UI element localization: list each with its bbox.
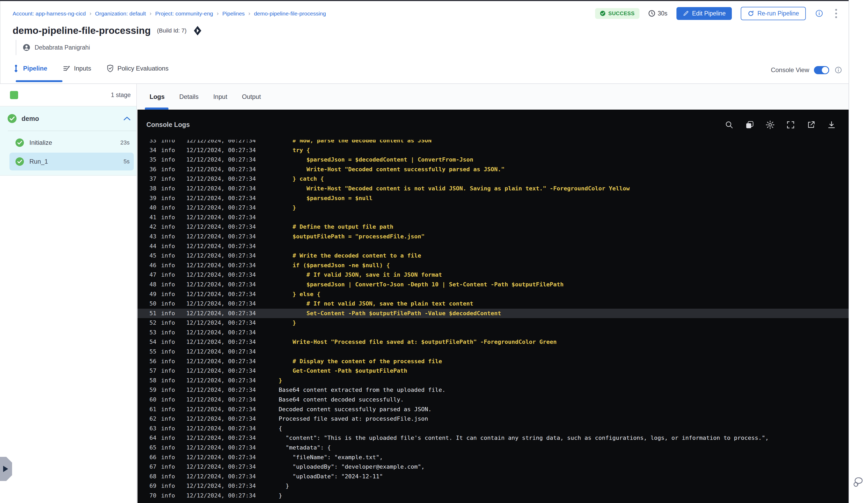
log-timestamp: 12/12/2024, 00:27:34 [186,184,256,193]
console-tab-input[interactable]: Input [213,93,227,101]
console-header: Console Logs [137,109,849,140]
log-text: } [279,203,296,213]
step-row-initialize[interactable]: Initialize23s [9,134,134,151]
log-level: info [161,337,176,347]
log-level: info [161,155,176,165]
log-row[interactable]: 68info12/12/2024, 00:27:34 "uploadDate":… [137,472,849,482]
log-text: "metadata": { [279,443,331,453]
log-row[interactable]: 39info12/12/2024, 00:27:34 $parsedJson =… [137,193,849,203]
log-line-number: 51 [147,309,156,318]
log-timestamp: 12/12/2024, 00:27:34 [186,481,256,491]
open-in-new-icon[interactable] [807,120,816,129]
log-rows: 33info12/12/2024, 00:27:34 # Now, parse … [137,136,849,501]
log-timestamp: 12/12/2024, 00:27:34 [186,385,256,395]
log-row[interactable]: 51info12/12/2024, 00:27:34 Set-Content -… [137,309,849,318]
log-row[interactable]: 40info12/12/2024, 00:27:34 } [137,203,849,213]
step-duration: 23s [121,139,130,146]
log-row[interactable]: 54info12/12/2024, 00:27:34 Write-Host "P… [137,337,849,347]
log-row[interactable]: 60info12/12/2024, 00:27:34Base64 content… [137,395,849,405]
log-line-number: 62 [147,414,156,424]
log-row[interactable]: 56info12/12/2024, 00:27:34 # Display the… [137,357,849,366]
copy-icon[interactable] [745,120,754,129]
rerun-pipeline-button[interactable]: Re-run Pipeline [741,7,806,20]
edit-pipeline-button[interactable]: Edit Pipeline [676,7,732,20]
log-row[interactable]: 59info12/12/2024, 00:27:34Base64 content… [137,385,849,395]
console-tab-logs[interactable]: Logs [149,93,165,101]
log-row[interactable]: 70info12/12/2024, 00:27:34} [137,491,849,501]
rerun-pipeline-label: Re-run Pipeline [757,10,799,17]
tab-pipeline[interactable]: Pipeline [13,64,47,74]
tab-inputs[interactable]: Inputs [63,65,91,74]
log-row[interactable]: 48info12/12/2024, 00:27:34 $parsedJson |… [137,280,849,290]
info-icon[interactable] [815,9,824,18]
log-row[interactable]: 65info12/12/2024, 00:27:34 "metadata": { [137,443,849,453]
log-row[interactable]: 66info12/12/2024, 00:27:34 "fileName": "… [137,453,849,462]
log-row[interactable]: 36info12/12/2024, 00:27:34 Write-Host "D… [137,165,849,175]
log-level: info [161,347,176,357]
console-view-info-icon[interactable] [834,65,843,74]
log-level: info [161,309,176,318]
log-row[interactable]: 50info12/12/2024, 00:27:34 # If not vali… [137,299,849,309]
log-row[interactable]: 42info12/12/2024, 00:27:34 # Define the … [137,222,849,232]
log-row[interactable]: 57info12/12/2024, 00:27:34 Get-Content -… [137,366,849,376]
tab-policy-evaluations[interactable]: Policy Evaluations [107,64,168,74]
log-line-number: 40 [147,203,156,213]
log-timestamp: 12/12/2024, 00:27:34 [186,155,256,165]
log-row[interactable]: 63info12/12/2024, 00:27:34{ [137,424,849,433]
help-chat-icon[interactable] [852,476,864,488]
log-row[interactable]: 52info12/12/2024, 00:27:34 } [137,318,849,328]
log-line-number: 48 [147,280,156,290]
log-row[interactable]: 62info12/12/2024, 00:27:34Processed file… [137,414,849,424]
console-view-toggle[interactable] [814,66,829,74]
log-text: Write-Host "Processed file saved at: $ou… [279,337,557,347]
log-row[interactable]: 58info12/12/2024, 00:27:34} [137,376,849,386]
log-row[interactable]: 35info12/12/2024, 00:27:34 $parsedJson =… [137,155,849,165]
log-row[interactable]: 44info12/12/2024, 00:27:34 [137,242,849,251]
log-row[interactable]: 38info12/12/2024, 00:27:34 Write-Host "D… [137,184,849,193]
breadcrumb-item[interactable]: Project: community-eng [155,10,213,17]
more-options-menu[interactable] [833,7,840,20]
log-row[interactable]: 53info12/12/2024, 00:27:34 [137,328,849,337]
settings-icon[interactable] [766,120,775,129]
search-icon[interactable] [725,120,734,129]
log-line-number: 55 [147,347,156,357]
fullscreen-icon[interactable] [786,120,795,129]
step-row-run_1[interactable]: Run_15s [9,153,134,170]
chevron-up-icon[interactable] [123,116,131,121]
log-row[interactable]: 49info12/12/2024, 00:27:34 } else { [137,290,849,299]
log-row[interactable]: 34info12/12/2024, 00:27:34 try { [137,146,849,155]
log-text: } [279,376,282,386]
console-tab-details[interactable]: Details [179,93,198,101]
log-row[interactable]: 47info12/12/2024, 00:27:34 # If valid JS… [137,270,849,280]
log-row[interactable]: 45info12/12/2024, 00:27:34 # Write the d… [137,251,849,261]
breadcrumb-item[interactable]: Account: app-harness-ng-cicd [13,10,86,17]
log-row[interactable]: 41info12/12/2024, 00:27:34 [137,213,849,222]
check-circle-icon [600,10,606,16]
pencil-icon [683,10,689,17]
log-row[interactable]: 37info12/12/2024, 00:27:34 } catch { [137,174,849,184]
log-line-number: 45 [147,251,156,261]
clock-icon [648,10,655,17]
log-text: Write-Host "Decoded content is not valid… [279,184,630,193]
breadcrumb-item[interactable]: Organization: default [95,10,146,17]
download-icon[interactable] [827,120,836,129]
log-row[interactable]: 46info12/12/2024, 00:27:34 if ($parsedJs… [137,261,849,270]
log-row[interactable]: 61info12/12/2024, 00:27:34Decoded conten… [137,405,849,415]
stage-group-divider [8,130,136,131]
stage-status-square[interactable] [10,91,18,99]
breadcrumb-item[interactable]: Pipelines [222,10,245,17]
log-row[interactable]: 55info12/12/2024, 00:27:34 [137,347,849,357]
log-level: info [161,433,176,443]
log-row[interactable]: 67info12/12/2024, 00:27:34 "uploadedBy":… [137,462,849,472]
log-row[interactable]: 43info12/12/2024, 00:27:34 $outputFilePa… [137,232,849,242]
log-line-number: 64 [147,433,156,443]
log-line-number: 52 [147,318,156,328]
log-row[interactable]: 69info12/12/2024, 00:27:34 } [137,481,849,491]
console-tab-output[interactable]: Output [242,93,261,101]
log-timestamp: 12/12/2024, 00:27:34 [186,232,256,242]
breadcrumb-item[interactable]: demo-pipeline-file-processing [254,10,326,17]
active-tab-underline [16,80,62,82]
log-text: "uploadedBy": "developer@example.com", [279,462,425,472]
stage-group-header[interactable]: demo [0,106,136,130]
log-row[interactable]: 64info12/12/2024, 00:27:34 "content": "T… [137,433,849,443]
